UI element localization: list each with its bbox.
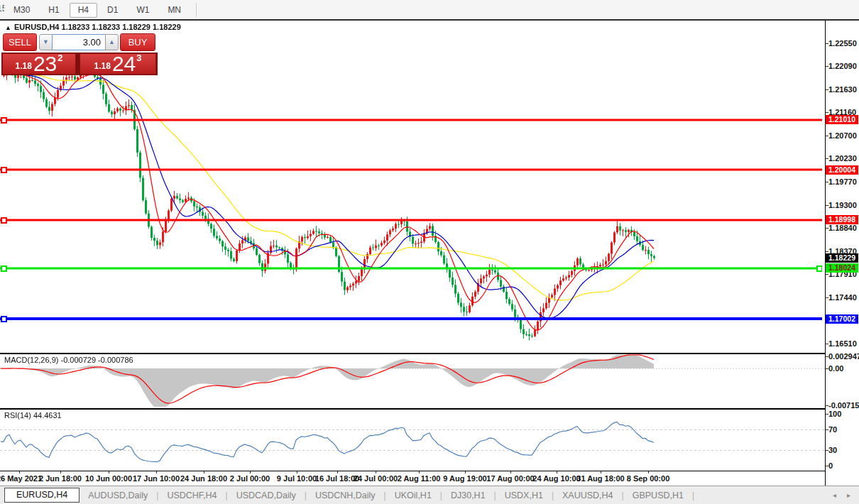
time-tick-mark (376, 471, 376, 473)
price-tick-label: 1.18840 (828, 224, 857, 232)
time-tick-mark (60, 471, 61, 473)
buy-button[interactable]: BUY (120, 33, 155, 51)
time-tick-mark (19, 471, 20, 473)
quote-row: 1.18232 1.18243 (1, 53, 158, 75)
hline-price-tag: 1.18998 (826, 215, 858, 224)
panel-separator[interactable] (0, 408, 826, 410)
sell-price-point: 2 (58, 53, 62, 63)
price-tick-mark (826, 251, 828, 252)
price-tick-mark (826, 66, 828, 67)
time-tick-mark (601, 471, 601, 473)
price-tick-label: 1.19300 (828, 201, 857, 209)
sell-button[interactable]: SELL (3, 33, 37, 51)
tf-button-m30[interactable]: M30 (5, 3, 38, 18)
price-tick-mark (826, 429, 828, 430)
time-tick-label: 2 Jul 00:00 (230, 474, 270, 483)
buy-price-point: 3 (136, 53, 141, 63)
price-tick-mark (826, 136, 828, 136)
sell-price-prefix: 1.18 (16, 61, 32, 71)
indicator-tick-label: -0.007151 (828, 401, 859, 410)
buy-price-pips: 24 (112, 55, 136, 73)
price-tick-mark (826, 182, 828, 182)
macd-indicator-label: MACD(12,26,9) -0.000729 -0.000786 (4, 356, 133, 364)
time-tick-label: 17 Aug 00:00 (486, 474, 534, 483)
indicator-tick-label: 70 (828, 425, 837, 434)
rsi-canvas[interactable] (0, 410, 825, 471)
tab-separator: | (692, 491, 694, 500)
time-tick-label: 31 Aug 18:00 (576, 474, 624, 483)
tab-dj30-h1[interactable]: DJ30,H1 (442, 488, 494, 503)
price-tick-mark (826, 274, 828, 275)
tab-eurusd-h4[interactable]: EURUSD,H4 (4, 488, 80, 503)
chevron-up-icon: ▲ (109, 38, 115, 45)
buy-price-display[interactable]: 1.18243 (80, 53, 156, 75)
tf-button-d1[interactable]: D1 (99, 3, 126, 18)
indicator-tick-label: 0.00 (828, 364, 843, 373)
collapse-icon[interactable]: ▲ (5, 24, 11, 31)
price-tick-mark (826, 368, 828, 369)
time-tick-mark (557, 471, 557, 473)
time-tick-mark (109, 471, 109, 473)
lot-size-input[interactable] (52, 34, 106, 50)
sell-price-display[interactable]: 1.18232 (2, 53, 76, 75)
indicator-tick-label: 30 (828, 446, 837, 454)
price-tick-label: 1.17440 (828, 293, 857, 302)
price-tick-label: 1.19770 (828, 177, 857, 186)
tf-button-h4[interactable]: H4 (70, 3, 97, 18)
time-tick-mark (156, 471, 157, 473)
time-tick-mark (648, 471, 649, 473)
tab-usdx-h1[interactable]: USDX,H1 (496, 488, 552, 503)
price-tick-label: 1.21630 (828, 85, 857, 94)
buy-price-prefix: 1.18 (94, 61, 111, 71)
sell-price-pips: 23 (33, 55, 57, 73)
hline-price-tag: 1.20004 (826, 165, 858, 175)
tab-ukoil-h1[interactable]: UKOil,H1 (386, 488, 440, 503)
lot-decrease-button[interactable]: ▼ (39, 34, 53, 50)
price-tick-label: 1.22090 (828, 62, 857, 70)
tab-usdcnh-daily[interactable]: USDCNH,Daily (307, 488, 384, 503)
mt4-window: M15 M30H1H4D1W1MN ▲EURUSD,H4 1.18233 1.1… (0, 0, 859, 504)
tab-gbpusd-h1[interactable]: GBPUSD,H1 (624, 488, 692, 503)
tf-button-w1[interactable]: W1 (128, 3, 158, 18)
price-tick-mark (826, 112, 828, 113)
price-tick-label: 1.20700 (828, 131, 857, 140)
price-tick-mark (826, 414, 828, 415)
price-tick-mark (826, 466, 828, 466)
time-tick-label: 2 Jun 18:00 (39, 474, 82, 483)
price-tick-label: 1.20230 (828, 154, 857, 163)
indicator-tick-label: 0.002947 (828, 352, 859, 361)
price-tick-mark (826, 205, 828, 206)
hline-price-tag: 1.17002 (826, 314, 858, 324)
price-axis[interactable]: 1.225501.220901.216301.211601.207001.202… (826, 21, 859, 486)
tab-audusd-daily[interactable]: AUDUSD,Daily (80, 488, 156, 503)
one-click-trade-panel: SELL ▼ ▲ BUY 1.18232 1.18243 (1, 33, 158, 76)
toolbar-separator (196, 3, 197, 17)
tab-scroll-left-button[interactable]: ◂ (833, 491, 836, 499)
time-tick-label: 9 Jul 10:00 (277, 474, 317, 483)
symbol-ohlc-text: EURUSD,H4 1.18233 1.18233 1.18229 1.1822… (14, 23, 181, 31)
time-tick-label: 26 May 2021 (0, 474, 42, 483)
tf-button-mn[interactable]: MN (159, 3, 190, 18)
time-tick-label: 24 Jun 18:00 (180, 474, 227, 483)
tab-scroll-right-button[interactable]: ▸ (847, 491, 850, 499)
tab-usdcad-daily[interactable]: USDCAD,Daily (228, 488, 305, 503)
chart-tab-bar: ◂ ▸ EURUSD,H4AUDUSD,Daily|USDCHF,H4|USDC… (0, 486, 859, 504)
price-tick-mark (826, 158, 828, 159)
time-tick-mark (204, 471, 204, 473)
chart-window: ▲EURUSD,H4 1.18233 1.18233 1.18229 1.182… (0, 21, 859, 486)
tf-button-h1[interactable]: H1 (40, 3, 67, 18)
panel-separator[interactable] (0, 353, 826, 354)
price-tick-mark (826, 356, 828, 357)
current-price-tag: 1.18229 (826, 253, 858, 263)
lot-increase-button[interactable]: ▲ (105, 34, 119, 50)
time-tick-mark (337, 471, 338, 473)
time-tick-mark (510, 471, 511, 473)
indicator-tick-label: 100 (828, 410, 841, 418)
rsi-indicator-label: RSI(14) 44.4631 (4, 411, 62, 420)
time-tick-mark (250, 471, 251, 473)
time-tick-mark (465, 471, 466, 473)
tab-xauusd-h4[interactable]: XAUUSD,H4 (554, 488, 622, 503)
time-axis[interactable]: 26 May 20212 Jun 18:0010 Jun 00:0017 Jun… (0, 471, 825, 486)
hline-price-tag: 1.21010 (826, 115, 858, 124)
tab-usdchf-h4[interactable]: USDCHF,H4 (158, 488, 225, 503)
